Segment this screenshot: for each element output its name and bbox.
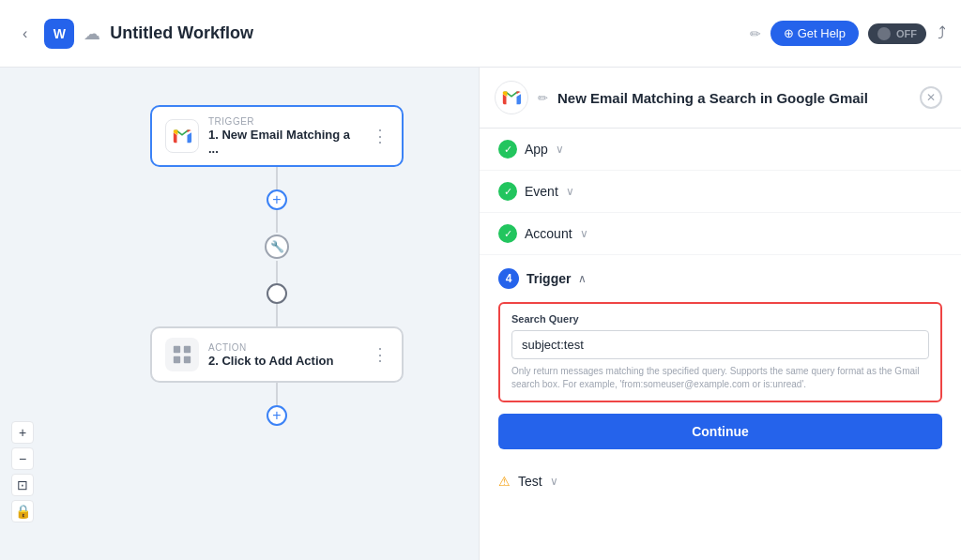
step-circle xyxy=(267,283,287,304)
share-button[interactable]: ⤴ xyxy=(938,23,946,43)
zoom-in-button[interactable]: + xyxy=(11,421,34,444)
panel-header: ✏ New Email Matching a Search in Google … xyxy=(480,68,961,129)
toggle-circle xyxy=(877,27,891,40)
event-section[interactable]: ✓ Event ∨ xyxy=(480,171,961,213)
trigger-chevron-icon: ∧ xyxy=(578,272,587,285)
cloud-icon: ☁ xyxy=(84,23,100,44)
topbar: ‹ W ☁ Untitled Workflow ✏ ⊕ Get Help OFF… xyxy=(0,0,961,68)
action-node-title: 2. Click to Add Action xyxy=(208,354,362,368)
watermark: Screenshot by Xnapper.com xyxy=(831,542,950,552)
config-panel: ✏ New Email Matching a Search in Google … xyxy=(479,68,961,560)
action-node-content: Action 2. Click to Add Action xyxy=(208,342,362,368)
search-query-input[interactable] xyxy=(511,330,929,359)
event-section-label: Event xyxy=(525,184,558,199)
workflow-title: Untitled Workflow xyxy=(110,23,744,43)
trigger-node-menu[interactable]: ⋮ xyxy=(372,126,389,146)
app-check-icon: ✓ xyxy=(498,140,517,159)
account-section-label: Account xyxy=(525,226,572,241)
connector-line-5 xyxy=(276,383,278,405)
account-check-icon: ✓ xyxy=(498,224,517,243)
topbar-right: OFF ⤴ xyxy=(868,23,946,44)
panel-edit-icon: ✏ xyxy=(538,91,548,105)
connector-line-1 xyxy=(276,167,278,189)
search-query-label: Search Query xyxy=(511,313,929,325)
trigger-node-content: Trigger 1. New Email Matching a ... xyxy=(208,116,362,156)
canvas-controls: + − ⊡ 🔒 xyxy=(11,421,34,522)
edit-title-icon[interactable]: ✏ xyxy=(750,26,761,41)
action-icon xyxy=(165,338,199,371)
action-node[interactable]: Action 2. Click to Add Action ⋮ xyxy=(150,326,404,383)
test-section[interactable]: ⚠ Test ∨ xyxy=(480,462,961,500)
panel-title: New Email Matching a Search in Google Gm… xyxy=(557,90,910,106)
tool-icon[interactable]: 🔧 xyxy=(265,235,289,259)
action-node-menu[interactable]: ⋮ xyxy=(372,344,389,365)
trigger-node-label: Trigger xyxy=(208,116,362,127)
panel-close-button[interactable]: ✕ xyxy=(920,86,942,109)
trigger-number: 4 xyxy=(498,268,519,289)
connector-line-4 xyxy=(276,304,278,326)
fit-button[interactable]: ⊡ xyxy=(11,474,34,496)
test-label: Test xyxy=(518,474,542,489)
action-node-label: Action xyxy=(208,342,362,353)
back-button[interactable]: ‹ xyxy=(15,22,35,46)
zoom-out-button[interactable]: − xyxy=(11,447,34,470)
gmail-icon xyxy=(165,119,199,153)
toggle-switch[interactable]: OFF xyxy=(868,23,926,44)
account-section[interactable]: ✓ Account ∨ xyxy=(480,213,961,255)
test-chevron-icon: ∨ xyxy=(550,475,558,488)
app-section-label: App xyxy=(525,142,548,157)
trigger-section-label: Trigger xyxy=(526,271,571,286)
event-chevron-icon: ∨ xyxy=(566,185,574,198)
add-step-button-2[interactable]: + xyxy=(267,405,287,426)
app-section[interactable]: ✓ App ∨ xyxy=(480,129,961,171)
app-logo: W xyxy=(44,19,74,49)
connector-line-2 xyxy=(276,210,278,233)
search-query-hint: Only return messages matching the specif… xyxy=(511,365,929,391)
app-chevron-icon: ∨ xyxy=(556,143,564,156)
trigger-node-title: 1. New Email Matching a ... xyxy=(208,128,362,156)
svg-rect-1 xyxy=(184,346,191,353)
account-chevron-icon: ∨ xyxy=(580,227,588,240)
svg-rect-3 xyxy=(184,356,191,363)
svg-rect-2 xyxy=(174,356,180,363)
workflow-canvas: Trigger 1. New Email Matching a ... ⋮ + … xyxy=(0,68,479,560)
search-query-container: Search Query Only return messages matchi… xyxy=(498,302,942,402)
trigger-section-header[interactable]: 4 Trigger ∧ xyxy=(498,268,942,289)
connector-line-3 xyxy=(276,261,278,283)
trigger-section: 4 Trigger ∧ Search Query Only return mes… xyxy=(480,255,961,462)
event-check-icon: ✓ xyxy=(498,182,517,201)
workflow-nodes: Trigger 1. New Email Matching a ... ⋮ + … xyxy=(150,105,404,426)
warning-icon: ⚠ xyxy=(498,474,511,489)
trigger-node[interactable]: Trigger 1. New Email Matching a ... ⋮ xyxy=(150,105,404,167)
lock-button[interactable]: 🔒 xyxy=(11,500,34,522)
add-step-button-1[interactable]: + xyxy=(267,189,287,210)
get-help-button[interactable]: ⊕ Get Help xyxy=(770,21,859,46)
svg-rect-0 xyxy=(174,346,180,353)
continue-button[interactable]: Continue xyxy=(498,414,942,449)
panel-gmail-icon xyxy=(495,81,528,114)
